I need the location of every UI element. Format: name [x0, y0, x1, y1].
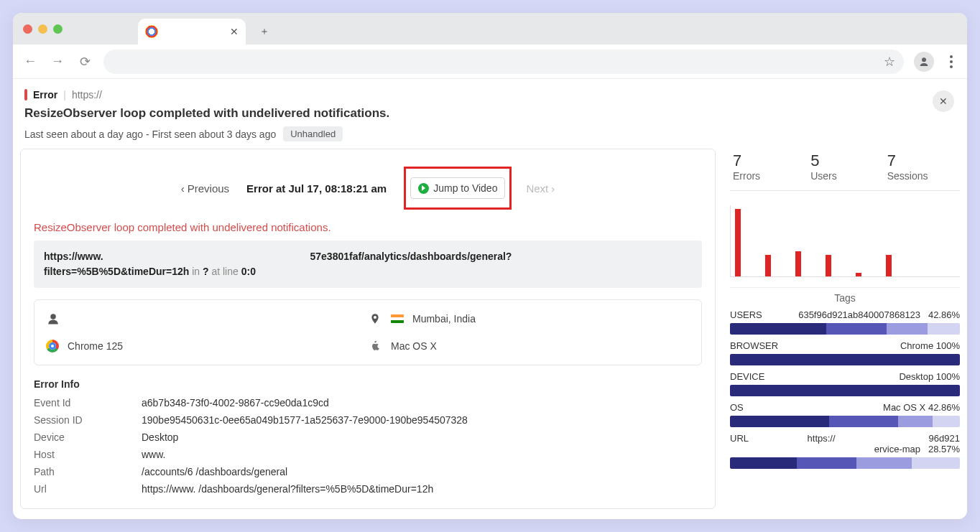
chrome-icon: [46, 340, 59, 353]
chart-bar: [826, 255, 831, 276]
browser-menu-icon[interactable]: [944, 55, 958, 68]
tag-row-url: URLhttps:// 96d921 ervice-map 28.57%: [730, 433, 960, 469]
next-button[interactable]: Next ›: [526, 182, 555, 195]
session-id-value: 190be95450631c-0ee65a049b1577-1a525637-7…: [142, 414, 702, 426]
path-label: Path: [34, 466, 142, 477]
previous-button[interactable]: ‹ Previous: [181, 182, 229, 195]
error-message: ResizeObserver loop completed with undel…: [34, 221, 702, 233]
tag-row-device: DEVICEDesktop 100%: [730, 371, 960, 396]
location-pin-icon: [368, 312, 382, 326]
svg-point-1: [50, 314, 56, 319]
chrome-favicon-icon: [145, 25, 158, 38]
stat-sessions: 7Sessions: [887, 151, 928, 182]
os-cell: Mac OS X: [368, 339, 690, 353]
seen-text: Last seen about a day ago - First seen a…: [24, 129, 276, 140]
apple-icon: [368, 339, 382, 353]
panel-close-button[interactable]: ✕: [933, 90, 954, 112]
url-label: Url: [34, 483, 142, 495]
tag-row-users: USERS635f96d921ab840007868123 42.86%: [730, 309, 960, 335]
pager: ‹ Previous Error at Jul 17, 08:18:21 am …: [34, 167, 702, 210]
new-tab-button[interactable]: ＋: [254, 22, 274, 42]
jump-to-video-button[interactable]: Jump to Video: [410, 177, 505, 199]
address-bar[interactable]: ☆: [103, 50, 904, 74]
error-meta: Last seen about a day ago - First seen a…: [24, 126, 956, 141]
host-value: www.: [142, 449, 702, 460]
errors-bar-chart: [730, 205, 960, 277]
unhandled-badge: Unhandled: [283, 126, 343, 141]
chevron-left-icon: ‹: [181, 182, 185, 195]
tab-close-icon[interactable]: ✕: [230, 26, 239, 37]
svg-point-0: [922, 57, 926, 62]
chart-bar: [886, 255, 892, 276]
chart-bar: [735, 209, 741, 276]
stack-trace: https://www. 57e3801faf/analytics/dashbo…: [34, 241, 702, 288]
error-header: Error | https:// ✕ ResizeObserver loop c…: [17, 89, 963, 149]
tag-row-os: OSMac OS X 42.86%: [730, 402, 960, 427]
profile-avatar-icon[interactable]: [914, 52, 934, 72]
device-label: Device: [34, 431, 142, 443]
browser-window: ✕ ＋ ← → ⟳ ☆ Error | https:// ✕ ResizeObs…: [13, 13, 967, 519]
browser-tab[interactable]: ✕: [138, 19, 246, 45]
error-timestamp: Error at Jul 17, 08:18:21 am: [246, 182, 387, 195]
traffic-lights: [23, 13, 63, 45]
bookmark-star-icon[interactable]: ☆: [884, 54, 895, 70]
device-value: Desktop: [142, 431, 702, 443]
session-id-label: Session ID: [34, 414, 142, 426]
stats-row: 7Errors 5Users 7Sessions: [730, 149, 960, 191]
crumb-url: https://: [72, 89, 102, 101]
user-icon: [46, 312, 60, 326]
window-titlebar: ✕ ＋: [13, 13, 967, 45]
url-value: https://www. /dashboards/general?filters…: [142, 483, 702, 495]
stat-users: 5Users: [810, 151, 837, 182]
error-info-heading: Error Info: [34, 378, 702, 390]
india-flag-icon: [391, 314, 404, 323]
crumb-label: Error: [33, 89, 57, 101]
page-content: Error | https:// ✕ ResizeObserver loop c…: [13, 79, 967, 519]
user-cell: [46, 312, 368, 326]
browser-toolbar: ← → ⟳ ☆: [13, 45, 967, 79]
nav-back-icon[interactable]: ←: [22, 54, 39, 69]
event-id-label: Event Id: [34, 397, 142, 409]
chart-bar: [795, 251, 801, 276]
tag-row-browser: BROWSERChrome 100%: [730, 340, 960, 365]
nav-forward-icon[interactable]: →: [49, 54, 66, 69]
window-close-icon[interactable]: [23, 24, 32, 34]
play-icon: [418, 183, 429, 194]
context-card: Mumbai, India Chrome 125 Mac OS X: [34, 299, 702, 365]
stat-errors: 7Errors: [733, 151, 760, 182]
event-id-value: a6b7b348-73f0-4002-9867-cc9e0da1c9cd: [142, 397, 702, 409]
chart-bar: [856, 273, 861, 276]
side-panel: 7Errors 5Users 7Sessions Tags USERS635f9…: [730, 149, 960, 509]
location-cell: Mumbai, India: [368, 312, 690, 326]
path-value: /accounts/6 /dashboards/general: [142, 466, 702, 477]
breadcrumb: Error | https://: [24, 89, 956, 101]
chart-bar: [765, 255, 771, 276]
window-minimize-icon[interactable]: [38, 24, 47, 34]
main-panel: ‹ Previous Error at Jul 17, 08:18:21 am …: [20, 149, 716, 509]
error-title: ResizeObserver loop completed with undel…: [24, 106, 956, 121]
tags-heading: Tags: [730, 287, 960, 304]
error-info-table: Event Id a6b7b348-73f0-4002-9867-cc9e0da…: [34, 397, 702, 495]
browser-cell: Chrome 125: [46, 339, 368, 353]
error-indicator-icon: [24, 89, 27, 101]
host-label: Host: [34, 449, 142, 460]
window-zoom-icon[interactable]: [53, 24, 63, 34]
chevron-right-icon: ›: [551, 182, 555, 195]
nav-reload-icon[interactable]: ⟳: [76, 54, 93, 70]
highlight-box: Jump to Video: [404, 167, 512, 210]
